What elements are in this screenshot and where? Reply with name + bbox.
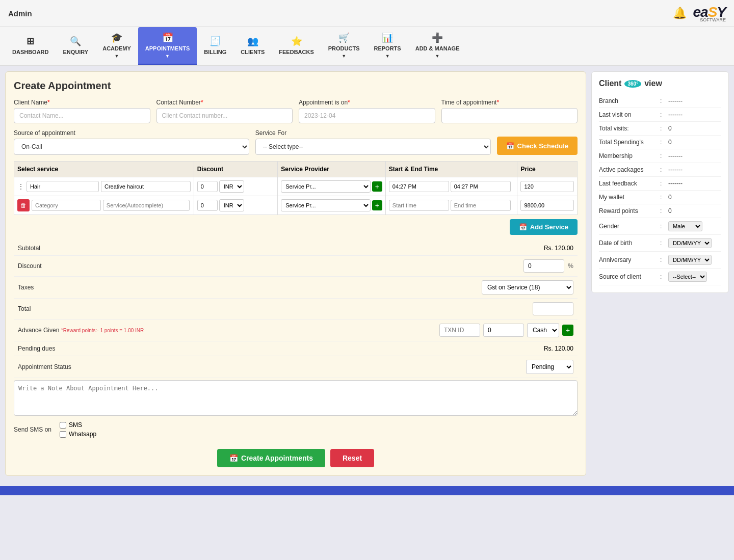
whatsapp-checkbox-label[interactable]: Whatsapp	[60, 431, 96, 438]
client-row-gender: Gender : Male Female Other	[599, 218, 721, 235]
row2-service-input[interactable]	[103, 200, 190, 211]
drag-handle-icon[interactable]: ⋮	[17, 182, 24, 191]
appointment-note[interactable]	[14, 380, 578, 416]
source-select[interactable]: On-Call Walk-in Online	[14, 139, 249, 155]
client-row-total-spending: Total Spending's : 0	[599, 136, 721, 149]
products-icon: 🛒	[338, 32, 350, 43]
create-appointments-button[interactable]: 📅 Create Appointments	[217, 449, 325, 467]
nav-billing[interactable]: 🧾 BILLING	[197, 31, 233, 62]
nav-academy-label: ACADEMY	[102, 45, 131, 51]
reset-button[interactable]: Reset	[330, 449, 374, 467]
client-row-wallet: My wallet : 0	[599, 191, 721, 204]
sms-checkbox-label[interactable]: SMS	[60, 421, 96, 429]
nav-billing-label: BILLING	[204, 49, 226, 55]
row2-provider-select[interactable]: Service Pr...	[281, 199, 371, 211]
appointment-status-select[interactable]: Pending Confirmed Completed	[526, 360, 573, 374]
advance-amount-input[interactable]	[483, 324, 524, 337]
source-label: Source of appointment	[14, 129, 249, 137]
client-row-last-feedback: Last feedback : -------	[599, 177, 721, 191]
row1-price-input[interactable]	[520, 181, 574, 192]
nav-dashboard[interactable]: ⊞ DASHBOARD	[5, 31, 56, 62]
reports-arrow: ▼	[385, 54, 390, 59]
row1-service-input[interactable]	[101, 181, 191, 192]
nav-enquiry[interactable]: 🔍 ENQUIRY	[56, 31, 96, 62]
row1-add-provider-button[interactable]: +	[372, 181, 382, 192]
total-row: Total 140.60	[14, 299, 578, 319]
row2-price-input[interactable]	[520, 200, 574, 211]
row1-category-input[interactable]	[27, 181, 99, 192]
client-row-reward-points: Reward points : 0	[599, 204, 721, 218]
contact-number-label: Contact Number*	[156, 99, 293, 106]
nav-academy[interactable]: 🎓 ACADEMY ▼	[95, 27, 138, 65]
enquiry-icon: 🔍	[70, 36, 81, 47]
nav-reports[interactable]: 📊 REPORTS ▼	[367, 27, 408, 65]
contact-number-input[interactable]	[156, 108, 293, 123]
taxes-value-cell: Gst on Service (18)	[287, 277, 578, 299]
nav-appointments[interactable]: 📅 APPOINTMENTS ▼	[138, 27, 197, 65]
row1-currency-select[interactable]: INR	[219, 180, 244, 193]
main-nav: ⊞ DASHBOARD 🔍 ENQUIRY 🎓 ACADEMY ▼ 📅 APPO…	[0, 27, 734, 66]
row2-provider-cell: Service Pr... +	[278, 196, 386, 215]
sms-checkbox-group: SMS Whatsapp	[60, 421, 96, 438]
whatsapp-checkbox[interactable]	[60, 431, 66, 438]
row2-end-time-input[interactable]	[451, 200, 511, 211]
appointment-time-input[interactable]: 04:27 PM	[441, 108, 578, 123]
row2-discount-input[interactable]	[197, 200, 218, 211]
discount-input[interactable]	[523, 259, 564, 273]
sms-checkbox[interactable]	[60, 422, 66, 429]
col-provider: Service Provider	[278, 162, 386, 177]
row2-time-cell	[385, 196, 517, 215]
appointments-icon: 📅	[162, 32, 173, 43]
row2-start-time-input[interactable]	[389, 200, 449, 211]
appointment-status-row: Appointment Status Pending Confirmed Com…	[14, 356, 578, 378]
nav-feedbacks[interactable]: ⭐ FEEDBACKS	[272, 31, 321, 62]
col-select-service: Select service	[14, 162, 194, 177]
client-row-active-packages: Active packages : -------	[599, 163, 721, 177]
add-payment-button[interactable]: +	[562, 325, 573, 336]
col-price: Price	[517, 162, 578, 177]
row2-add-provider-button[interactable]: +	[372, 200, 382, 210]
service-for-select[interactable]: -- Select type--	[255, 139, 491, 155]
source-of-client-select[interactable]: --Select--	[668, 272, 707, 282]
gender-select[interactable]: Male Female Other	[668, 221, 702, 231]
taxes-select[interactable]: Gst on Service (18)	[482, 280, 573, 295]
row1-provider-select[interactable]: Service Pr...	[281, 180, 371, 193]
summary-table: Subtotal Rs. 120.00 Discount % Taxes Gst…	[14, 241, 578, 378]
advance-value-cell: Cash +	[287, 319, 578, 341]
row1-discount-input[interactable]	[197, 181, 218, 192]
service-table: Select service Discount Service Provider…	[14, 161, 578, 215]
row1-end-time-input[interactable]	[451, 181, 511, 192]
add-service-icon: 📅	[519, 223, 527, 231]
row2-currency-select[interactable]: INR	[219, 199, 244, 211]
anniversary-select[interactable]: DD/MM/YY	[668, 255, 712, 265]
nav-clients[interactable]: 👥 CLIENTS	[233, 31, 272, 62]
feedbacks-icon: ⭐	[291, 36, 302, 47]
pending-dues-label: Pending dues	[14, 341, 287, 356]
row1-price-cell	[517, 177, 578, 196]
total-input[interactable]: 140.60	[533, 302, 573, 315]
taxes-label: Taxes	[14, 277, 287, 299]
payment-method-select[interactable]: Cash	[527, 323, 559, 337]
dob-select[interactable]: DD/MM/YY	[668, 238, 712, 248]
client-row-total-visits: Total visits: : 0	[599, 122, 721, 136]
reports-icon: 📊	[382, 32, 393, 43]
top-bar-right: 🔔 eaSY SOFTWARE	[673, 4, 726, 22]
check-schedule-group: 📅 Check Schedule	[497, 137, 578, 155]
check-schedule-button[interactable]: 📅 Check Schedule	[497, 137, 578, 155]
create-appointment-form: Create Appointment Client Name* Contact …	[5, 71, 586, 476]
txn-id-input[interactable]	[439, 324, 480, 337]
client-name-input[interactable]	[14, 108, 150, 123]
row1-provider-cell: Service Pr... +	[278, 177, 386, 196]
bell-icon[interactable]: 🔔	[673, 7, 687, 20]
row2-delete-button[interactable]: 🗑	[17, 199, 30, 211]
nav-add-manage[interactable]: ➕ ADD & MANAGE ▼	[408, 27, 467, 65]
footer-bar	[0, 486, 734, 495]
add-service-button[interactable]: 📅 Add Service	[510, 219, 578, 235]
row1-discount-cell: INR	[194, 177, 278, 196]
calendar-icon: 📅	[506, 142, 514, 150]
nav-products[interactable]: 🛒 PRODUCTS ▼	[321, 27, 367, 65]
row1-start-time-input[interactable]	[389, 181, 449, 192]
advance-label: Advance Given *Reward points:- 1 points …	[14, 319, 287, 341]
appointment-date-input[interactable]	[299, 108, 435, 123]
row2-category-input[interactable]	[32, 200, 101, 211]
